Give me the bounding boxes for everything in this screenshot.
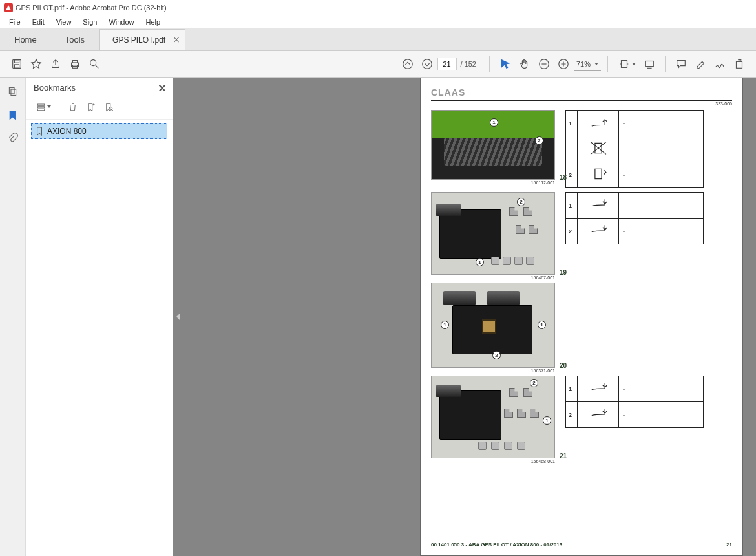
tab-tools[interactable]: Tools bbox=[51, 28, 99, 50]
fit-page-icon[interactable] bbox=[614, 55, 639, 73]
svg-rect-1 bbox=[14, 60, 19, 63]
figure-number: 18 bbox=[560, 174, 567, 181]
share-icon[interactable] bbox=[47, 55, 65, 73]
instruction-table: 1- 2- bbox=[565, 110, 704, 188]
menu-edit[interactable]: Edit bbox=[27, 17, 50, 27]
menu-view[interactable]: View bbox=[51, 17, 77, 27]
menu-window[interactable]: Window bbox=[103, 17, 139, 27]
menu-file[interactable]: File bbox=[4, 17, 26, 27]
thumbnails-icon[interactable] bbox=[5, 84, 21, 98]
svg-rect-11 bbox=[621, 61, 627, 68]
no-filter-icon bbox=[587, 140, 609, 156]
comment-icon[interactable] bbox=[672, 55, 690, 73]
toolbar-separator bbox=[665, 56, 666, 72]
instruction-table: 1- 2- bbox=[565, 192, 704, 244]
figure-caption: 156371-001 bbox=[431, 369, 555, 373]
document-viewport[interactable]: CLAAS 333-006 1 2 156112-001 18 bbox=[173, 78, 756, 556]
swipe-down-icon bbox=[587, 405, 609, 422]
instruction-table: 1- 2- bbox=[565, 376, 704, 428]
figure-number: 19 bbox=[560, 269, 567, 276]
zoom-out-icon[interactable] bbox=[535, 55, 553, 73]
figure-image: 2 1 bbox=[431, 376, 555, 458]
svg-rect-16 bbox=[37, 104, 45, 105]
hand-tool-icon[interactable] bbox=[516, 55, 534, 73]
close-panel-icon[interactable] bbox=[158, 84, 166, 92]
svg-rect-2 bbox=[14, 65, 19, 68]
menu-sign[interactable]: Sign bbox=[78, 17, 102, 27]
search-icon[interactable] bbox=[85, 55, 103, 73]
svg-rect-18 bbox=[37, 109, 45, 110]
tabbar: Home Tools GPS PILOT.pdf bbox=[0, 28, 756, 50]
figure-18: 1 2 156112-001 18 bbox=[431, 110, 555, 185]
chevron-down-icon bbox=[594, 63, 598, 65]
page-down-icon[interactable] bbox=[418, 55, 436, 73]
figure-number: 20 bbox=[560, 362, 567, 369]
app-icon bbox=[4, 3, 13, 12]
figure-caption: 156467-001 bbox=[431, 275, 555, 280]
zoom-in-icon[interactable] bbox=[554, 55, 572, 73]
rotate-icon[interactable] bbox=[730, 55, 748, 73]
footer-page-number: 21 bbox=[726, 542, 732, 548]
bookmark-label: AXION 800 bbox=[47, 127, 87, 136]
chevron-down-icon bbox=[47, 105, 51, 108]
doc-id: 333-006 bbox=[431, 102, 732, 106]
figure-21: 2 1 156468-001 bbox=[431, 376, 555, 464]
page-number-input[interactable] bbox=[437, 58, 457, 70]
footer-left: 00 1401 050 3 - ABA GPS PILOT / AXION 80… bbox=[431, 542, 562, 548]
svg-rect-12 bbox=[646, 61, 654, 67]
menubar: File Edit View Sign Window Help bbox=[0, 16, 756, 28]
toolbar-separator bbox=[607, 56, 608, 72]
star-icon[interactable] bbox=[27, 55, 45, 73]
rule bbox=[431, 537, 732, 537]
figure-20: 1 1 2 156371-001 20 bbox=[431, 283, 555, 373]
brand-logo: CLAAS bbox=[431, 87, 732, 98]
toolbar: / 152 71% bbox=[0, 50, 756, 78]
toolbar-separator bbox=[489, 56, 490, 72]
svg-rect-15 bbox=[11, 89, 16, 95]
print-icon[interactable] bbox=[66, 55, 84, 73]
main-area: Bookmarks AXION 800 CLAAS 333-006 bbox=[0, 78, 756, 556]
figure-image: 1 1 2 bbox=[431, 283, 555, 368]
bookmark-item[interactable]: AXION 800 bbox=[31, 123, 167, 139]
select-tool-icon[interactable] bbox=[496, 55, 514, 73]
highlight-icon[interactable] bbox=[691, 55, 709, 73]
sign-icon[interactable] bbox=[711, 55, 729, 73]
zoom-select[interactable]: 71% bbox=[574, 57, 601, 71]
new-bookmark-icon[interactable] bbox=[83, 100, 98, 114]
svg-point-7 bbox=[403, 59, 412, 69]
svg-rect-4 bbox=[72, 61, 77, 63]
menu-help[interactable]: Help bbox=[141, 17, 166, 27]
page-footer: 00 1401 050 3 - ABA GPS PILOT / AXION 80… bbox=[431, 542, 732, 548]
page-up-icon[interactable] bbox=[399, 55, 417, 73]
find-bookmark-icon[interactable] bbox=[101, 100, 116, 114]
swipe-down-icon bbox=[587, 222, 609, 239]
svg-rect-14 bbox=[9, 87, 14, 93]
svg-point-8 bbox=[422, 59, 431, 69]
zoom-value: 71% bbox=[576, 60, 591, 68]
swipe-down-icon bbox=[587, 196, 609, 213]
sidebar-rail bbox=[0, 78, 26, 556]
tab-document[interactable]: GPS PILOT.pdf bbox=[99, 29, 185, 50]
tab-close-icon[interactable] bbox=[173, 37, 180, 43]
swipe-down-icon bbox=[587, 380, 609, 396]
figure-image: 2 1 bbox=[431, 192, 555, 275]
bookmarks-list: AXION 800 bbox=[26, 120, 173, 556]
window-title: GPS PILOT.pdf - Adobe Acrobat Pro DC (32… bbox=[16, 4, 167, 12]
attachments-icon[interactable] bbox=[5, 131, 21, 145]
delete-bookmark-icon[interactable] bbox=[65, 100, 79, 114]
read-mode-icon[interactable] bbox=[640, 55, 658, 73]
chevron-down-icon bbox=[632, 63, 636, 65]
filter-down-icon bbox=[587, 166, 609, 182]
bookmarks-icon[interactable] bbox=[5, 107, 21, 122]
save-icon[interactable] bbox=[8, 55, 26, 73]
tab-document-label: GPS PILOT.pdf bbox=[112, 36, 165, 45]
tab-home[interactable]: Home bbox=[0, 28, 51, 50]
separator bbox=[59, 101, 59, 112]
figure-caption: 156112-001 bbox=[431, 180, 555, 185]
collapse-sidebar-handle[interactable] bbox=[173, 304, 182, 330]
figure-image: 1 2 bbox=[431, 110, 555, 180]
bookmark-options-icon[interactable] bbox=[34, 100, 53, 114]
swipe-up-icon bbox=[587, 114, 609, 131]
svg-rect-21 bbox=[594, 169, 601, 178]
window-titlebar: GPS PILOT.pdf - Adobe Acrobat Pro DC (32… bbox=[0, 0, 756, 16]
